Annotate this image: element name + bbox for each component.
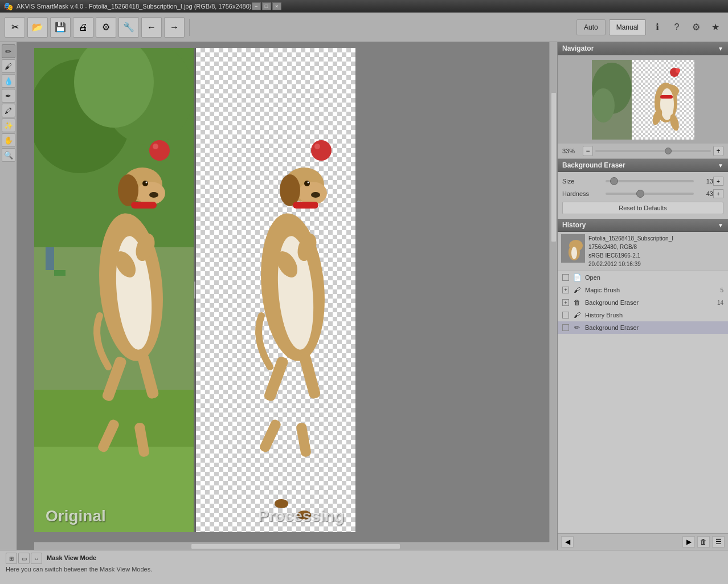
left-tools-panel: ✏ 🖌 💧 ✒ 🖍 ✨ ✋ 🔍 <box>0 42 17 550</box>
help-button[interactable]: ? <box>669 19 685 35</box>
history-open-label: Open <box>585 274 600 281</box>
history-magic-count: 5 <box>720 287 723 293</box>
zoom-slider-thumb[interactable] <box>665 148 672 154</box>
svg-rect-52 <box>660 95 673 99</box>
history-item-bg-eraser-2[interactable]: ✏ Background Eraser <box>558 321 728 334</box>
original-image: Original <box>34 48 194 532</box>
svg-point-30 <box>280 174 300 206</box>
history-hbrush-icon: 🖌 <box>572 311 582 320</box>
history-panel: History ▼ Fotolia_15268418_Subscription_… <box>558 219 728 550</box>
manual-mode-button[interactable]: Manual <box>609 19 646 35</box>
bg-eraser-collapse-icon: ▼ <box>718 162 723 169</box>
history-bg2-expand-icon[interactable] <box>562 324 569 331</box>
bg-eraser-header[interactable]: Background Eraser ▼ <box>558 159 728 172</box>
open-button[interactable]: 📂 <box>27 17 48 38</box>
history-fileinfo3: 20.02.2012 10:16:39 <box>588 260 673 268</box>
svg-point-14 <box>149 192 158 198</box>
titlebar-controls: − □ × <box>252 2 281 10</box>
grid-view-button[interactable]: ⊞ <box>6 553 17 564</box>
history-play-button[interactable]: ▶ <box>682 536 695 548</box>
print-button[interactable]: 🖨 <box>73 17 93 38</box>
reset-defaults-button[interactable]: Reset to Defaults <box>562 202 723 214</box>
maximize-button[interactable]: □ <box>262 2 271 10</box>
size-slider[interactable] <box>606 180 694 182</box>
tool-pencil[interactable]: ✏ <box>2 44 15 58</box>
size-slider-thumb[interactable] <box>610 177 618 185</box>
svg-point-12 <box>142 181 148 186</box>
main-area: ✏ 🖌 💧 ✒ 🖍 ✨ ✋ 🔍 <box>0 42 728 550</box>
info-button[interactable]: ℹ <box>649 19 665 35</box>
history-bg2-label: Background Eraser <box>585 324 639 331</box>
hardness-slider[interactable] <box>606 193 694 195</box>
svg-rect-38 <box>296 422 312 458</box>
vertical-scroll-thumb[interactable] <box>551 92 557 242</box>
redo-button[interactable]: → <box>164 17 185 38</box>
hardness-value: 43 <box>697 190 713 197</box>
save-button[interactable]: 💾 <box>50 17 71 38</box>
settings-button[interactable]: ⚙ <box>96 17 116 38</box>
hardness-label: Hardness <box>562 190 602 197</box>
tool-brush[interactable]: 🖌 <box>2 59 15 73</box>
canvas-area[interactable]: Original <box>17 42 557 550</box>
canvas-divider[interactable] <box>194 48 196 532</box>
split-view-button[interactable]: ▭ <box>18 553 30 564</box>
original-label: Original <box>46 507 106 525</box>
scroll-corner <box>549 542 557 550</box>
tool-zoom[interactable]: 🔍 <box>2 148 15 162</box>
history-item-history-brush[interactable]: 🖌 History Brush <box>558 309 728 321</box>
history-item-magic-brush[interactable]: + 🖌 Magic Brush 5 <box>558 284 728 296</box>
history-expand-icon[interactable] <box>562 274 569 281</box>
svg-rect-15 <box>131 202 157 209</box>
history-item-bg-eraser[interactable]: + 🗑 Background Eraser 14 <box>558 296 728 309</box>
history-file-row: Fotolia_15268418_Subscription_I 1756x248… <box>558 232 728 271</box>
svg-rect-25 <box>54 270 66 276</box>
cut-button[interactable]: ✂ <box>5 17 25 38</box>
canvas-horizontal-scrollbar[interactable] <box>34 542 557 550</box>
minimize-button[interactable]: − <box>252 2 261 10</box>
hardness-slider-thumb[interactable] <box>636 190 644 198</box>
history-header[interactable]: History ▼ <box>558 219 728 232</box>
svg-rect-37 <box>259 418 283 454</box>
zoom-slider[interactable] <box>595 150 711 152</box>
tool-marker[interactable]: 🖍 <box>2 104 15 117</box>
horizontal-scroll-thumb[interactable] <box>191 544 400 549</box>
navigator-content <box>558 55 728 144</box>
favorites-button[interactable]: ★ <box>707 19 723 35</box>
tool-pen[interactable]: ✒ <box>2 89 15 103</box>
zoom-plus-button[interactable]: + <box>713 146 723 156</box>
history-magic-expand-icon[interactable]: + <box>562 287 569 293</box>
history-bg-label: Background Eraser <box>585 299 639 306</box>
history-clear-button[interactable]: ☰ <box>712 536 725 548</box>
history-item-open[interactable]: 📄 Open <box>558 271 728 284</box>
hardness-row: Hardness 43 + <box>562 189 723 198</box>
size-increment-button[interactable]: + <box>713 177 723 186</box>
swap-view-button[interactable]: ↔ <box>31 553 42 564</box>
navigator-header[interactable]: Navigator ▼ <box>558 42 728 55</box>
tool-dropper[interactable]: 💧 <box>2 74 15 88</box>
nav-original-thumb <box>592 60 632 140</box>
history-bg2-icon: ✏ <box>572 323 582 332</box>
statusbar-description: Here you can switch between the Mask Vie… <box>6 566 722 573</box>
history-delete-button[interactable]: 🗑 <box>697 536 710 548</box>
history-hbrush-expand-icon[interactable] <box>562 312 569 318</box>
preferences-button[interactable]: ⚙ <box>688 19 704 35</box>
tools-button[interactable]: 🔧 <box>118 17 139 38</box>
bg-eraser-content: Size 13 + Hardness 43 + Reset to Def <box>558 172 728 219</box>
processing-label: Processing <box>258 507 344 525</box>
close-button[interactable]: × <box>272 2 281 10</box>
tool-hand[interactable]: ✋ <box>2 133 15 147</box>
history-file-info: Fotolia_15268418_Subscription_I 1756x248… <box>588 234 673 268</box>
canvas-vertical-scrollbar[interactable] <box>549 42 557 542</box>
history-back-button[interactable]: ◀ <box>561 536 574 548</box>
undo-button[interactable]: ← <box>141 17 162 38</box>
tool-magic[interactable]: ✨ <box>2 119 15 132</box>
navigator-panel: Navigator ▼ <box>558 42 728 159</box>
auto-mode-button[interactable]: Auto <box>576 19 606 35</box>
toolbar-right: Auto Manual ℹ ? ⚙ ★ <box>576 19 723 35</box>
hardness-increment-button[interactable]: + <box>713 189 723 198</box>
history-bg-expand-icon[interactable]: + <box>562 299 569 306</box>
original-svg <box>34 48 194 532</box>
zoom-minus-button[interactable]: − <box>583 146 593 156</box>
toolbar: ✂ 📂 💾 🖨 ⚙ 🔧 ← → Auto Manual ℹ ? ⚙ ★ <box>0 13 728 42</box>
size-label: Size <box>562 178 602 185</box>
